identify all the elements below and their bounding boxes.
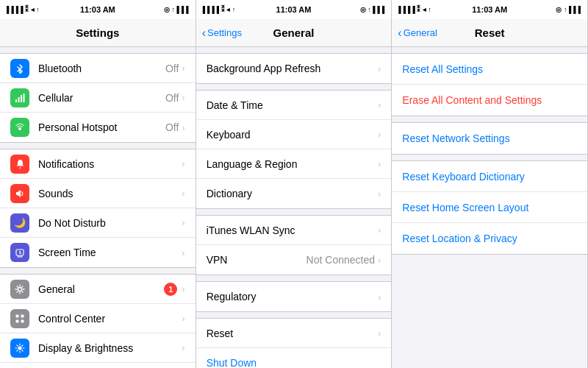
- keyboard-item[interactable]: Keyboard ›: [196, 120, 392, 149]
- system-group: General 1 › Control Center ›: [0, 274, 196, 368]
- hotspot-item[interactable]: Personal Hotspot Off ›: [0, 113, 196, 142]
- regulatory-item[interactable]: Regulatory ›: [196, 282, 392, 311]
- bgrefresh-item[interactable]: Background App Refresh ›: [196, 54, 392, 83]
- dictionary-item[interactable]: Dictionary ›: [196, 179, 392, 208]
- language-chevron: ›: [378, 158, 381, 169]
- bgrefresh-chevron: ›: [378, 63, 381, 74]
- reset-all-settings-item[interactable]: Reset All Settings: [392, 54, 587, 85]
- reset-item[interactable]: Reset ›: [196, 319, 392, 348]
- reset-homescreen-item[interactable]: Reset Home Screen Layout: [392, 192, 587, 223]
- erase-content-label: Erase All Content and Settings: [402, 94, 542, 106]
- reset-shutdown-group: Reset › Shut Down: [196, 318, 392, 368]
- reset-back-button[interactable]: ‹ General: [398, 27, 437, 39]
- general-panel: ▐▐▐▐ ⁑ ◂ ↑ 11:03 AM ◎ ↑ ▌▌▌ ‹ Settings G…: [196, 0, 392, 368]
- datetime-label: Date & Time: [207, 99, 378, 111]
- reset-misc-group: Reset Keyboard Dictionary Reset Home Scr…: [392, 160, 587, 255]
- notifications-label: Notifications: [38, 158, 182, 170]
- svg-rect-7: [16, 314, 19, 317]
- status-time-3: 11:03 AM: [472, 5, 507, 14]
- nav-bar-2: ‹ Settings General: [196, 19, 392, 47]
- status-right-icons-2: ◎ ↑ ▌▌▌: [360, 6, 387, 13]
- controlcenter-item[interactable]: Control Center ›: [0, 304, 196, 333]
- wallpaper-item[interactable]: Wallpaper ›: [0, 363, 196, 368]
- reset-location-item[interactable]: Reset Location & Privacy: [392, 223, 587, 254]
- notifications-icon: [10, 155, 29, 174]
- status-left-icons-2: ▐▐▐▐ ⁑ ◂ ↑: [201, 6, 236, 13]
- reset-network-item[interactable]: Reset Network Settings: [392, 123, 587, 154]
- screentime-chevron: ›: [182, 247, 184, 258]
- general-icon: [10, 280, 29, 299]
- bluetooth-item[interactable]: Bluetooth Off ›: [0, 54, 196, 83]
- dictionary-chevron: ›: [378, 188, 381, 199]
- back-label-3: General: [404, 27, 437, 38]
- reset-keyboard-item[interactable]: Reset Keyboard Dictionary: [392, 161, 587, 192]
- datetime-item[interactable]: Date & Time ›: [196, 91, 392, 120]
- vpn-chevron: ›: [378, 255, 381, 266]
- status-left-icons: ▐▐▐▐ ⁑ ◂ ↑: [4, 6, 40, 13]
- vpn-label: VPN: [207, 254, 306, 266]
- cellular-item[interactable]: Cellular Off ›: [0, 83, 196, 113]
- svg-rect-0: [15, 99, 17, 102]
- vpn-item[interactable]: VPN Not Connected ›: [196, 245, 392, 275]
- svg-rect-1: [18, 97, 20, 102]
- reset-location-label: Reset Location & Privacy: [402, 233, 517, 244]
- regulatory-label: Regulatory: [207, 291, 378, 302]
- cellular-label: Cellular: [38, 92, 165, 104]
- section-reset-all: Reset All Settings Erase All Content and…: [392, 53, 587, 116]
- bluetooth-value: Off: [165, 63, 179, 74]
- status-right-icons-3: ◎ ↑ ▌▌▌: [556, 6, 583, 13]
- screentime-item[interactable]: Screen Time ›: [0, 238, 196, 267]
- section-reset-shutdown: Reset › Shut Down: [196, 318, 392, 368]
- settings-panel: ▐▐▐▐ ⁑ ◂ ↑ 11:03 AM ◎ ↑ ▌▌▌ Settings Blu…: [0, 0, 196, 368]
- section-regulatory: Regulatory ›: [196, 281, 392, 312]
- general-chevron: ›: [182, 283, 184, 294]
- section-system: General 1 › Control Center ›: [0, 274, 196, 368]
- general-scroll[interactable]: Background App Refresh › Date & Time › K…: [196, 47, 392, 368]
- general-item[interactable]: General 1 ›: [0, 275, 196, 304]
- reset-label: Reset: [207, 328, 378, 339]
- reset-keyboard-label: Reset Keyboard Dictionary: [402, 171, 525, 183]
- sounds-item[interactable]: Sounds ›: [0, 179, 196, 208]
- locale-group: Date & Time › Keyboard › Language & Regi…: [196, 90, 392, 209]
- bluetooth-chevron: ›: [182, 63, 184, 74]
- displaybrightness-item[interactable]: Display & Brightness ›: [0, 333, 196, 363]
- nav-bar-1: Settings: [0, 19, 196, 47]
- network-group: iTunes WLAN Sync › VPN Not Connected ›: [196, 215, 392, 275]
- reset-chevron: ›: [378, 328, 381, 339]
- general-back-button[interactable]: ‹ Settings: [202, 27, 242, 39]
- svg-rect-9: [16, 319, 19, 322]
- notifications-item[interactable]: Notifications ›: [0, 149, 196, 179]
- sounds-chevron: ›: [182, 188, 184, 199]
- reset-all-group: Reset All Settings Erase All Content and…: [392, 53, 587, 116]
- settings-scroll[interactable]: Bluetooth Off › Cellular Off: [0, 47, 196, 368]
- controlcenter-label: Control Center: [38, 313, 182, 325]
- shutdown-item[interactable]: Shut Down: [196, 348, 392, 368]
- dnd-item[interactable]: 🌙 Do Not Disturb ›: [0, 208, 196, 238]
- itunes-item[interactable]: iTunes WLAN Sync ›: [196, 216, 392, 245]
- status-time-2: 11:03 AM: [276, 5, 312, 14]
- regulatory-chevron: ›: [378, 291, 381, 302]
- hotspot-icon: [10, 118, 29, 137]
- itunes-chevron: ›: [378, 224, 381, 236]
- reset-nav-title: Reset: [475, 26, 505, 39]
- status-bar-1: ▐▐▐▐ ⁑ ◂ ↑ 11:03 AM ◎ ↑ ▌▌▌: [0, 0, 196, 19]
- cellular-icon: [10, 88, 29, 107]
- erase-content-item[interactable]: Erase All Content and Settings: [392, 85, 587, 116]
- notifications-chevron: ›: [182, 158, 184, 169]
- svg-point-4: [18, 127, 21, 130]
- hotspot-chevron: ›: [182, 122, 184, 133]
- general-label: General: [38, 283, 164, 295]
- reset-all-settings-label: Reset All Settings: [402, 63, 483, 75]
- reset-homescreen-label: Reset Home Screen Layout: [402, 202, 528, 213]
- reset-scroll[interactable]: Reset All Settings Erase All Content and…: [392, 47, 587, 368]
- vpn-value: Not Connected: [306, 254, 375, 266]
- displaybrightness-label: Display & Brightness: [38, 342, 182, 354]
- status-bar-2: ▐▐▐▐ ⁑ ◂ ↑ 11:03 AM ◎ ↑ ▌▌▌: [196, 0, 392, 19]
- svg-rect-3: [24, 93, 25, 102]
- bluetooth-label: Bluetooth: [38, 63, 165, 74]
- section-bg-refresh: Background App Refresh ›: [196, 53, 392, 84]
- section-network: iTunes WLAN Sync › VPN Not Connected ›: [196, 215, 392, 275]
- section-alerts: Notifications › Sounds › 🌙: [0, 149, 196, 268]
- screentime-icon: [10, 243, 29, 262]
- language-item[interactable]: Language & Region ›: [196, 149, 392, 179]
